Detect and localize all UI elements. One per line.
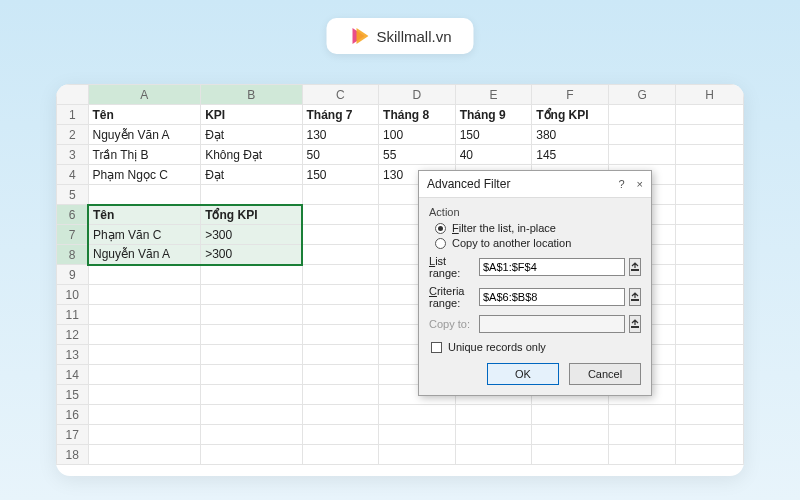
cell[interactable]: 150 xyxy=(455,125,532,145)
cell[interactable] xyxy=(201,385,302,405)
cell[interactable]: Tháng 9 xyxy=(455,105,532,125)
cell[interactable] xyxy=(676,405,744,425)
cell[interactable] xyxy=(455,405,532,425)
cell[interactable] xyxy=(455,425,532,445)
cell[interactable] xyxy=(88,185,201,205)
cell[interactable] xyxy=(302,385,379,405)
collapse-range-icon[interactable] xyxy=(629,258,641,276)
cell[interactable] xyxy=(302,205,379,225)
cell[interactable] xyxy=(379,405,456,425)
cell[interactable] xyxy=(201,285,302,305)
row-header[interactable]: 10 xyxy=(57,285,89,305)
cell[interactable] xyxy=(302,325,379,345)
cell[interactable] xyxy=(88,385,201,405)
cell[interactable] xyxy=(302,305,379,325)
cell[interactable] xyxy=(676,125,744,145)
list-range-input[interactable] xyxy=(479,258,625,276)
help-icon[interactable]: ? xyxy=(618,178,624,190)
cell[interactable]: 130 xyxy=(302,125,379,145)
cell[interactable] xyxy=(201,405,302,425)
cell[interactable] xyxy=(676,305,744,325)
cell[interactable] xyxy=(302,185,379,205)
row-header[interactable]: 4 xyxy=(57,165,89,185)
cell[interactable]: 380 xyxy=(532,125,609,145)
cell[interactable]: 50 xyxy=(302,145,379,165)
row-header[interactable]: 11 xyxy=(57,305,89,325)
cell[interactable]: >300 xyxy=(201,245,302,265)
cell[interactable] xyxy=(302,405,379,425)
row-header[interactable]: 18 xyxy=(57,445,89,465)
cell[interactable] xyxy=(88,445,201,465)
cell[interactable] xyxy=(608,145,676,165)
cell[interactable] xyxy=(88,425,201,445)
cell[interactable] xyxy=(676,265,744,285)
col-header-F[interactable]: F xyxy=(532,85,609,105)
col-header-C[interactable]: C xyxy=(302,85,379,105)
cell[interactable] xyxy=(532,405,609,425)
row-header[interactable]: 7 xyxy=(57,225,89,245)
cell[interactable]: Tháng 7 xyxy=(302,105,379,125)
cell[interactable] xyxy=(379,425,456,445)
cell[interactable] xyxy=(608,105,676,125)
cell[interactable] xyxy=(302,425,379,445)
cell[interactable] xyxy=(532,425,609,445)
cell[interactable] xyxy=(302,445,379,465)
cell[interactable] xyxy=(676,345,744,365)
cell[interactable] xyxy=(201,265,302,285)
cancel-button[interactable]: Cancel xyxy=(569,363,641,385)
cell[interactable]: KPI xyxy=(201,105,302,125)
collapse-range-icon[interactable] xyxy=(629,315,641,333)
col-header-G[interactable]: G xyxy=(608,85,676,105)
cell[interactable] xyxy=(302,265,379,285)
cell[interactable]: Tên xyxy=(88,105,201,125)
row-header[interactable]: 3 xyxy=(57,145,89,165)
row-header[interactable]: 13 xyxy=(57,345,89,365)
cell[interactable] xyxy=(676,145,744,165)
cell[interactable]: Phạm Ngọc C xyxy=(88,165,201,185)
select-all-corner[interactable] xyxy=(57,85,89,105)
cell[interactable]: Phạm Văn C xyxy=(88,225,201,245)
cell[interactable] xyxy=(201,425,302,445)
row-header[interactable]: 17 xyxy=(57,425,89,445)
row-header[interactable]: 15 xyxy=(57,385,89,405)
cell[interactable] xyxy=(302,245,379,265)
close-icon[interactable]: × xyxy=(637,178,643,190)
cell[interactable]: Không Đạt xyxy=(201,145,302,165)
cell[interactable] xyxy=(302,345,379,365)
cell[interactable] xyxy=(608,125,676,145)
row-header[interactable]: 2 xyxy=(57,125,89,145)
row-header[interactable]: 8 xyxy=(57,245,89,265)
row-header[interactable]: 5 xyxy=(57,185,89,205)
col-header-D[interactable]: D xyxy=(379,85,456,105)
cell[interactable] xyxy=(608,445,676,465)
dialog-titlebar[interactable]: Advanced Filter ? × xyxy=(419,171,651,198)
cell[interactable] xyxy=(676,365,744,385)
cell[interactable] xyxy=(608,425,676,445)
cell[interactable] xyxy=(201,185,302,205)
cell[interactable]: >300 xyxy=(201,225,302,245)
row-header[interactable]: 9 xyxy=(57,265,89,285)
cell[interactable]: Đạt xyxy=(201,165,302,185)
cell[interactable]: Tên xyxy=(88,205,201,225)
cell[interactable] xyxy=(676,185,744,205)
cell[interactable]: 55 xyxy=(379,145,456,165)
cell[interactable]: 150 xyxy=(302,165,379,185)
row-header[interactable]: 12 xyxy=(57,325,89,345)
cell[interactable] xyxy=(201,305,302,325)
cell[interactable] xyxy=(676,325,744,345)
cell[interactable] xyxy=(455,445,532,465)
cell[interactable] xyxy=(676,105,744,125)
collapse-range-icon[interactable] xyxy=(629,288,641,306)
cell[interactable] xyxy=(88,365,201,385)
cell[interactable] xyxy=(88,405,201,425)
cell[interactable] xyxy=(201,445,302,465)
row-header[interactable]: 14 xyxy=(57,365,89,385)
cell[interactable]: Tổng KPI xyxy=(201,205,302,225)
cell[interactable]: Trần Thị B xyxy=(88,145,201,165)
cell[interactable] xyxy=(532,445,609,465)
cell[interactable]: 145 xyxy=(532,145,609,165)
cell[interactable] xyxy=(608,405,676,425)
unique-records-checkbox[interactable]: Unique records only xyxy=(431,341,641,353)
criteria-range-input[interactable] xyxy=(479,288,625,306)
ok-button[interactable]: OK xyxy=(487,363,559,385)
